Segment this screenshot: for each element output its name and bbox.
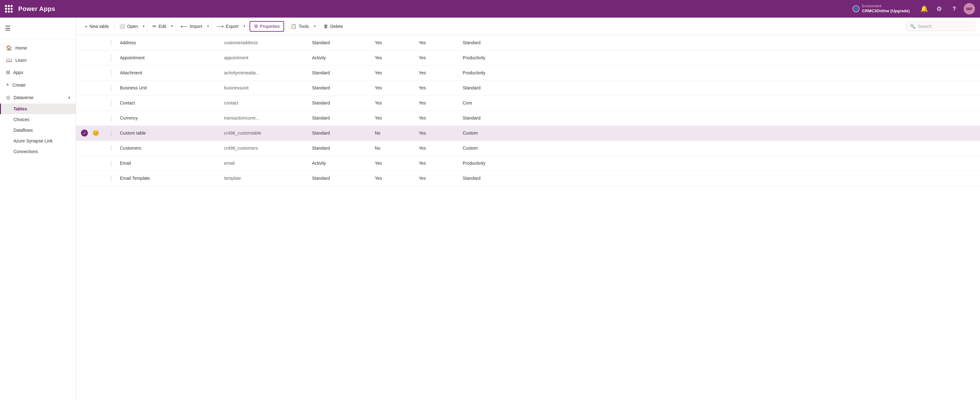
row-menu-cell[interactable] (105, 110, 118, 125)
sidebar-item-dataflows[interactable]: Dataflows (0, 125, 76, 135)
user-avatar[interactable]: MP (964, 3, 975, 14)
separator-2 (147, 22, 148, 31)
row-context-menu[interactable] (108, 55, 114, 61)
table-row[interactable]: Attachment activitymimeatta... Standard … (76, 65, 980, 80)
row-menu-cell[interactable] (105, 125, 118, 141)
apps-grid-icon[interactable] (5, 5, 13, 13)
emoji-cell (92, 50, 105, 65)
environment-selector[interactable]: 🌐 Environment CRMC3Online (Upgrade) (853, 4, 910, 13)
row-type: Standard (312, 80, 375, 95)
table-row[interactable]: Customers cr496_customers Standard No Ye… (76, 141, 980, 156)
import-dropdown[interactable]: ▾ (206, 22, 210, 30)
edit-button[interactable]: ✏ Edit (149, 22, 170, 31)
row-context-menu[interactable] (108, 115, 114, 121)
row-solution: Standard (463, 110, 980, 125)
row-context-menu[interactable] (108, 160, 114, 166)
check-cell (76, 50, 92, 65)
row-menu-cell[interactable] (105, 35, 118, 50)
new-table-button[interactable]: + New table (81, 22, 113, 31)
row-menu-cell[interactable] (105, 141, 118, 156)
row-menu-cell[interactable] (105, 156, 118, 171)
sidebar-item-connections[interactable]: Connections (0, 146, 76, 157)
environment-text: Environment CRMC3Online (Upgrade) (862, 4, 910, 13)
table-row[interactable]: Email email Activity Yes Yes Productivit… (76, 156, 980, 171)
row-customizable: Yes (419, 156, 463, 171)
row-customizable: Yes (419, 50, 463, 65)
open-button[interactable]: ⬜ Open (116, 22, 142, 31)
row-managed: Yes (375, 50, 419, 65)
sidebar-item-create[interactable]: + Create (0, 78, 76, 91)
edit-dropdown[interactable]: ▾ (170, 22, 174, 30)
export-dropdown[interactable]: ▾ (242, 22, 247, 30)
table-row[interactable]: ✓ 😊 Custom table cr496_customtable Stand… (76, 125, 980, 141)
delete-icon: 🗑 (324, 24, 328, 29)
table-row[interactable]: Business Unit businessunit Standard Yes … (76, 80, 980, 95)
check-cell (76, 35, 92, 50)
table-row[interactable]: Address customeraddress Standard Yes Yes… (76, 35, 980, 50)
row-type: Activity (312, 156, 375, 171)
row-managed: Yes (375, 95, 419, 110)
emoji-cell (92, 156, 105, 171)
sidebar-item-home[interactable]: 🏠 Home (0, 42, 76, 54)
row-customizable: Yes (419, 141, 463, 156)
settings-button[interactable]: ⚙ (934, 3, 945, 14)
emoji-cell (92, 80, 105, 95)
row-solution: Productivity (463, 156, 980, 171)
table-row[interactable]: Currency transactioncurre... Standard Ye… (76, 110, 980, 125)
row-name: Currency (118, 110, 224, 125)
brand-title: Power Apps (18, 5, 55, 13)
hamburger-menu[interactable]: ☰ (5, 21, 71, 35)
row-logname: template (224, 171, 312, 186)
row-context-menu[interactable] (108, 40, 114, 46)
row-menu-cell[interactable] (105, 50, 118, 65)
row-customizable: Yes (419, 125, 463, 141)
table-row[interactable]: Appointment appointment Activity Yes Yes… (76, 50, 980, 65)
export-button[interactable]: ⟶ Export (213, 22, 242, 31)
sidebar-item-tables[interactable]: Tables (0, 103, 76, 114)
row-type: Standard (312, 141, 375, 156)
sidebar-item-apps[interactable]: ⊞ Apps (0, 66, 76, 78)
sidebar: ☰ 🏠 Home 📖 Learn ⊞ Apps + Create ◎ Dat (0, 17, 76, 400)
azure-synapse-label: Azure Synapse Link (13, 138, 53, 143)
row-type: Standard (312, 65, 375, 80)
tools-button[interactable]: 📋 Tools (287, 22, 313, 31)
row-name: Custom table (118, 125, 224, 141)
separator-5 (248, 22, 248, 31)
notifications-button[interactable]: 🔔 (918, 3, 930, 14)
open-icon: ⬜ (119, 24, 125, 29)
tables-table: Address customeraddress Standard Yes Yes… (76, 35, 980, 186)
sidebar-item-dataverse[interactable]: ◎ Dataverse ∧ (0, 91, 76, 103)
table-container: Address customeraddress Standard Yes Yes… (76, 35, 980, 400)
separator-6 (285, 22, 286, 31)
delete-button[interactable]: 🗑 Delete (320, 22, 347, 31)
row-context-menu[interactable] (108, 145, 114, 151)
help-button[interactable]: ? (948, 3, 960, 14)
row-context-menu[interactable] (108, 130, 114, 136)
table-row[interactable]: Email Template template Standard Yes Yes… (76, 171, 980, 186)
row-context-menu[interactable] (108, 175, 114, 181)
import-button[interactable]: ⟵ Import (177, 22, 206, 31)
main-layout: ☰ 🏠 Home 📖 Learn ⊞ Apps + Create ◎ Dat (0, 17, 980, 400)
row-menu-cell[interactable] (105, 95, 118, 110)
sidebar-item-learn[interactable]: 📖 Learn (0, 54, 76, 66)
emoji-cell (92, 35, 105, 50)
row-context-menu[interactable] (108, 100, 114, 106)
row-logname: cr496_customers (224, 141, 312, 156)
open-dropdown[interactable]: ▾ (142, 22, 146, 30)
table-row[interactable]: Contact contact Standard Yes Yes Core (76, 95, 980, 110)
properties-button[interactable]: ⚙ Properties (250, 21, 285, 32)
row-menu-cell[interactable] (105, 171, 118, 186)
row-customizable: Yes (419, 80, 463, 95)
row-menu-cell[interactable] (105, 65, 118, 80)
search-box[interactable]: 🔍 Search (906, 22, 975, 31)
row-context-menu[interactable] (108, 85, 114, 91)
learn-icon: 📖 (6, 57, 12, 63)
row-menu-cell[interactable] (105, 80, 118, 95)
sidebar-item-azure-synapse-link[interactable]: Azure Synapse Link (0, 135, 76, 146)
row-solution: Custom (463, 125, 980, 141)
separator-3 (175, 22, 176, 31)
row-managed: Yes (375, 65, 419, 80)
sidebar-item-choices[interactable]: Choices (0, 114, 76, 125)
row-context-menu[interactable] (108, 70, 114, 76)
tools-dropdown[interactable]: ▾ (313, 22, 317, 30)
